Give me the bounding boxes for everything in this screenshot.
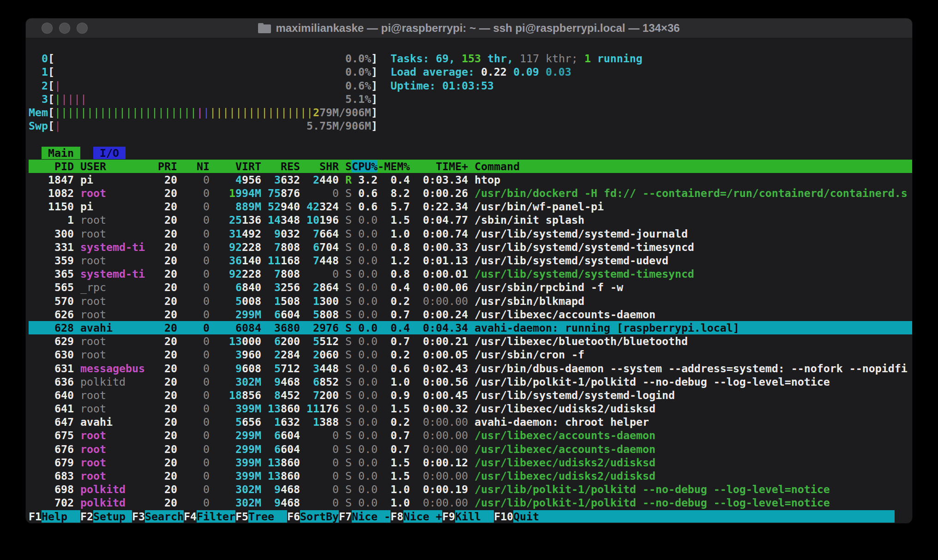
state-cell: S — [339, 496, 352, 509]
process-row-647[interactable]: 647 avahi 20 0 5656 1632 1388 S 0.0 0.2 … — [29, 415, 912, 429]
fkey-f5-label[interactable]: Tree — [248, 510, 287, 523]
fkey-f6-label[interactable]: SortBy — [300, 510, 339, 523]
fkey-f3-label[interactable]: Search — [145, 510, 184, 523]
cpu-cell: 0.0 — [352, 402, 378, 415]
command-cell: htop — [468, 173, 500, 186]
process-row-365[interactable]: 365 systemd-ti 20 0 92228 7808 0 S 0.0 0… — [29, 267, 912, 280]
header-cell-time[interactable]: TIME+ — [410, 160, 468, 173]
process-row-331[interactable]: 331 systemd-ti 20 0 92228 7808 6704 S 0.… — [29, 240, 912, 254]
header-cell-pri[interactable]: PRI — [151, 160, 177, 173]
process-row-359[interactable]: 359 root 20 0 36140 11168 7448 S 0.0 1.2… — [29, 254, 912, 267]
virt-cell: 608 — [242, 362, 261, 375]
res-cell: 2 — [274, 348, 281, 361]
process-row-679[interactable]: 679 root 20 0 399M 13860 0 S 0.0 1.5 0:0… — [29, 456, 912, 469]
fkey-f5-key[interactable]: F5 — [235, 510, 248, 523]
process-row-683[interactable]: 683 root 20 0 399M 13860 0 S 0.0 1.5 0:0… — [29, 469, 912, 483]
ni-cell: 0 — [177, 483, 210, 495]
ni-cell: 0 — [177, 173, 210, 186]
state-cell: S — [339, 308, 352, 321]
process-row-1082[interactable]: 1082 root 20 0 1994M 75876 0 S 0.6 8.2 0… — [29, 186, 912, 200]
user-cell: root — [74, 443, 151, 455]
header-cell-pid[interactable]: PID — [29, 160, 80, 173]
fkey-f2-label[interactable]: Setup — [93, 510, 132, 523]
fkey-f6-key[interactable]: F6 — [287, 510, 300, 523]
fkey-f7-key[interactable]: F7 — [339, 510, 352, 523]
cpu-cell: 0.0 — [352, 335, 378, 347]
cpu-cell: 0.0 — [352, 227, 378, 240]
fkey-f7-label[interactable]: Nice - — [352, 510, 391, 523]
process-row-629[interactable]: 629 root 20 0 13000 6200 5512 S 0.0 0.7 … — [29, 334, 912, 348]
cpu-cell: 0.0 — [352, 322, 378, 334]
fkey-f4-key[interactable]: F4 — [184, 510, 197, 523]
pid-cell: 629 — [29, 335, 74, 347]
header-cell-s[interactable]: S — [339, 160, 352, 173]
virt-cell: 856 — [242, 389, 261, 401]
header-cell-command[interactable]: Command — [468, 160, 520, 173]
header-cell-cpu[interactable]: CPU% — [352, 160, 378, 173]
fkey-f8-label[interactable]: Nice + — [403, 510, 442, 523]
close-button[interactable] — [42, 23, 53, 34]
time-cell: 0:03.34 — [410, 173, 468, 186]
virt-cell: 956 — [242, 173, 261, 186]
fkey-f9-label[interactable]: Kill — [455, 510, 494, 523]
header-cell-user[interactable]: USER — [80, 160, 151, 173]
header-cell-shr[interactable]: SHR — [300, 160, 339, 173]
mem-cell: 1.5 — [378, 402, 410, 415]
tab-main[interactable]: Main — [42, 147, 80, 159]
process-row-675[interactable]: 675 root 20 0 299M 6604 0 S 0.0 0.7 0:00… — [29, 429, 912, 442]
header-cell-virt[interactable]: VIRT — [210, 160, 261, 173]
meter-value: 79M/906M — [319, 106, 371, 119]
header-cell-res[interactable]: RES — [261, 160, 300, 173]
process-row-1[interactable]: 1 root 20 0 25136 14348 10196 S 0.0 1.5 … — [29, 213, 912, 226]
time-cell: 0:00.32 — [410, 402, 468, 415]
title-bar[interactable]: maximiliankaske — pi@raspberrypi: ~ — ss… — [26, 18, 912, 38]
fkey-f10-label[interactable]: Quit — [513, 510, 539, 523]
ni-cell: 0 — [177, 389, 210, 401]
process-row-676[interactable]: 676 root 20 0 299M 6604 0 S 0.0 0.7 0:00… — [29, 442, 912, 456]
process-row-628[interactable]: 628 avahi 20 0 6084 3680 2976 S 0.0 0.4 … — [29, 321, 912, 334]
process-row-300[interactable]: 300 root 20 0 31492 9032 7664 S 0.0 1.0 … — [29, 227, 912, 240]
header-cell-mem[interactable]: -MEM% — [378, 160, 410, 173]
process-row-626[interactable]: 626 root 20 0 299M 6604 5808 S 0.0 0.7 0… — [29, 308, 912, 321]
process-row-1847[interactable]: 1847 pi 20 0 4956 3632 2440 R 3.2 0.4 0:… — [29, 173, 912, 186]
fkey-f4-label[interactable]: Filter — [197, 510, 235, 523]
virt-cell: 840 — [242, 281, 261, 293]
cpu-cell: 0.0 — [352, 295, 378, 307]
user-cell: root — [74, 470, 151, 482]
command-cell: avahi-daemon: chroot helper — [468, 416, 649, 428]
fkey-f1-label[interactable]: Help — [42, 510, 80, 523]
cpu-cell: 0.0 — [352, 308, 378, 321]
fkey-f9-key[interactable]: F9 — [442, 510, 455, 523]
process-row-565[interactable]: 565 _rpc 20 0 6840 3256 2864 S 0.0 0.4 0… — [29, 280, 912, 294]
fkey-f8-key[interactable]: F8 — [391, 510, 403, 523]
process-row-641[interactable]: 641 root 20 0 399M 13860 11176 S 0.0 1.5… — [29, 402, 912, 415]
terminal-window: maximiliankaske — pi@raspberrypi: ~ — ss… — [26, 18, 912, 523]
process-row-570[interactable]: 570 root 20 0 5008 1508 1300 S 0.0 0.2 0… — [29, 294, 912, 308]
header-cell-ni[interactable]: NI — [177, 160, 210, 173]
mem-cell: 0.7 — [378, 335, 410, 347]
minimize-button[interactable] — [59, 23, 70, 34]
res-cell: 9 — [274, 496, 281, 509]
fkey-f3-key[interactable]: F3 — [132, 510, 145, 523]
process-row-698[interactable]: 698 polkitd 20 0 302M 9468 0 S 0.0 1.0 0… — [29, 483, 912, 496]
meter-label: 0 — [29, 52, 48, 65]
process-row-636[interactable]: 636 polkitd 20 0 302M 9468 6852 S 0.0 1.… — [29, 375, 912, 388]
process-row-631[interactable]: 631 messagebus 20 0 9608 5712 3448 S 0.0… — [29, 362, 912, 375]
mem-cell: 1.0 — [378, 375, 410, 388]
zoom-button[interactable] — [77, 23, 88, 34]
shr-cell: 176 — [319, 402, 339, 415]
time-cell: 0:00.56 — [410, 375, 468, 388]
mem-cell: 1.0 — [378, 227, 410, 240]
process-row-1150[interactable]: 1150 pi 20 0 889M 52940 42324 S 0.6 5.7 … — [29, 200, 912, 213]
uptime: Uptime: 01:03:53 — [391, 79, 494, 92]
mem-cell: 0.8 — [378, 241, 410, 253]
process-row-702[interactable]: 702 polkitd 20 0 302M 9468 0 S 0.0 1.0 0… — [29, 496, 912, 509]
fkey-f10-key[interactable]: F10 — [494, 510, 513, 523]
res-cell: 508 — [281, 295, 300, 307]
fkey-f1-key[interactable]: F1 — [29, 510, 42, 523]
process-row-640[interactable]: 640 root 20 0 18856 8452 7200 S 0.0 0.9 … — [29, 388, 912, 402]
res-cell: 468 — [281, 483, 300, 495]
fkey-f2-key[interactable]: F2 — [80, 510, 93, 523]
tab-io[interactable]: I/O — [93, 147, 126, 159]
process-row-630[interactable]: 630 root 20 0 3960 2284 2060 S 0.0 0.2 0… — [29, 348, 912, 361]
